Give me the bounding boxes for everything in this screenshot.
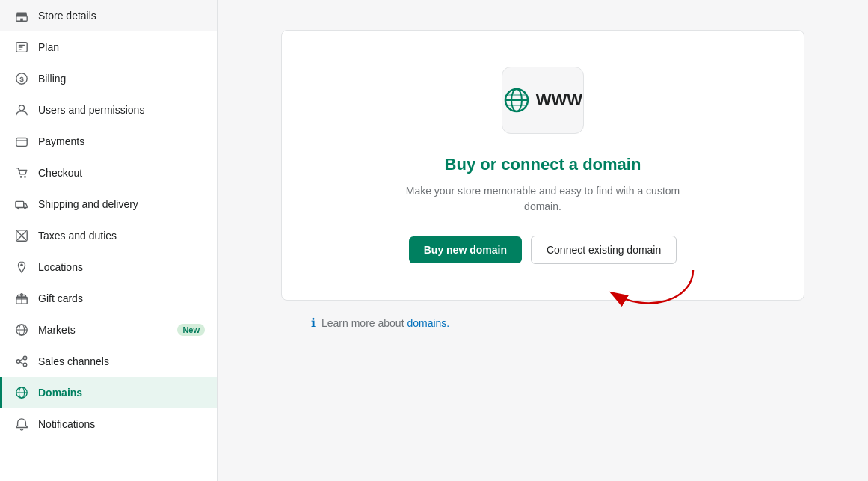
- bell-icon: [14, 417, 29, 432]
- sidebar-item-label: Sales channels: [38, 355, 205, 367]
- svg-point-4: [19, 105, 24, 111]
- sidebar-item-sales-channels[interactable]: Sales channels: [0, 346, 217, 377]
- svg-point-10: [24, 208, 26, 210]
- sidebar-item-store-details[interactable]: Store details: [0, 0, 217, 31]
- location-icon: [14, 260, 29, 275]
- plan-icon: [14, 40, 29, 55]
- www-text: WWW: [536, 91, 582, 110]
- sidebar-item-label: Markets: [38, 324, 164, 336]
- domain-card-title: Buy or connect a domain: [445, 155, 641, 174]
- sidebar-item-label: Users and permissions: [38, 104, 205, 116]
- sidebar-item-label: Store details: [38, 10, 205, 22]
- new-badge: New: [177, 324, 205, 336]
- svg-text:$: $: [19, 75, 24, 83]
- sidebar-item-users-permissions[interactable]: Users and permissions: [0, 94, 217, 126]
- svg-point-9: [17, 208, 19, 210]
- svg-point-19: [23, 363, 27, 367]
- sidebar-item-label: Locations: [38, 261, 205, 273]
- sales-channels-icon: [14, 354, 29, 369]
- checkout-icon: [14, 165, 29, 180]
- svg-point-12: [20, 264, 23, 267]
- sidebar-item-label: Checkout: [38, 167, 205, 179]
- store-icon: [14, 8, 29, 23]
- sidebar-item-label: Domains: [38, 387, 205, 399]
- svg-point-17: [16, 360, 20, 364]
- shipping-icon: [14, 197, 29, 212]
- svg-point-18: [23, 356, 27, 360]
- user-icon: [14, 102, 29, 117]
- markets-icon: [14, 322, 29, 337]
- billing-icon: $: [14, 71, 29, 86]
- taxes-icon: [14, 228, 29, 243]
- sidebar-item-checkout[interactable]: Checkout: [0, 157, 217, 189]
- main-content: WWW Buy or connect a domain Make your st…: [218, 0, 868, 481]
- domain-card: WWW Buy or connect a domain Make your st…: [281, 30, 804, 301]
- connect-existing-domain-button[interactable]: Connect existing domain: [531, 236, 677, 264]
- globe-large-icon: [503, 87, 530, 114]
- sidebar-item-notifications[interactable]: Notifications: [0, 408, 217, 440]
- sidebar: Store details Plan $ Billing User: [0, 0, 218, 481]
- svg-point-6: [20, 176, 22, 178]
- sidebar-item-label: Taxes and duties: [38, 230, 205, 242]
- domain-actions: Buy new domain Connect existing domain: [409, 236, 677, 264]
- sidebar-item-locations[interactable]: Locations: [0, 251, 217, 283]
- buy-new-domain-button[interactable]: Buy new domain: [409, 236, 522, 263]
- sidebar-item-plan[interactable]: Plan: [0, 31, 217, 63]
- domain-icon-wrapper: WWW: [502, 67, 584, 134]
- sidebar-item-markets[interactable]: Markets New: [0, 314, 217, 346]
- svg-point-7: [24, 176, 26, 178]
- sidebar-item-shipping-delivery[interactable]: Shipping and delivery: [0, 189, 217, 220]
- sidebar-item-label: Plan: [38, 41, 205, 53]
- info-icon: ℹ: [311, 316, 316, 330]
- svg-rect-14: [18, 295, 26, 298]
- sidebar-item-label: Notifications: [38, 418, 205, 430]
- sidebar-item-label: Payments: [38, 135, 205, 147]
- sidebar-item-payments[interactable]: Payments: [0, 126, 217, 157]
- domains-link[interactable]: domains.: [407, 317, 449, 329]
- payments-icon: [14, 134, 29, 149]
- gift-icon: [14, 291, 29, 306]
- info-text: Learn more about domains.: [321, 317, 449, 329]
- sidebar-item-gift-cards[interactable]: Gift cards: [0, 283, 217, 314]
- globe-icon: [14, 385, 29, 400]
- sidebar-item-label: Billing: [38, 73, 205, 85]
- domain-card-subtitle: Make your store memorable and easy to fi…: [401, 183, 685, 215]
- svg-rect-5: [16, 138, 27, 147]
- sidebar-item-label: Gift cards: [38, 292, 205, 304]
- sidebar-item-billing[interactable]: $ Billing: [0, 63, 217, 94]
- sidebar-item-label: Shipping and delivery: [38, 198, 205, 210]
- sidebar-item-taxes-duties[interactable]: Taxes and duties: [0, 220, 217, 251]
- svg-rect-8: [16, 201, 24, 207]
- sidebar-item-domains[interactable]: Domains: [0, 377, 217, 408]
